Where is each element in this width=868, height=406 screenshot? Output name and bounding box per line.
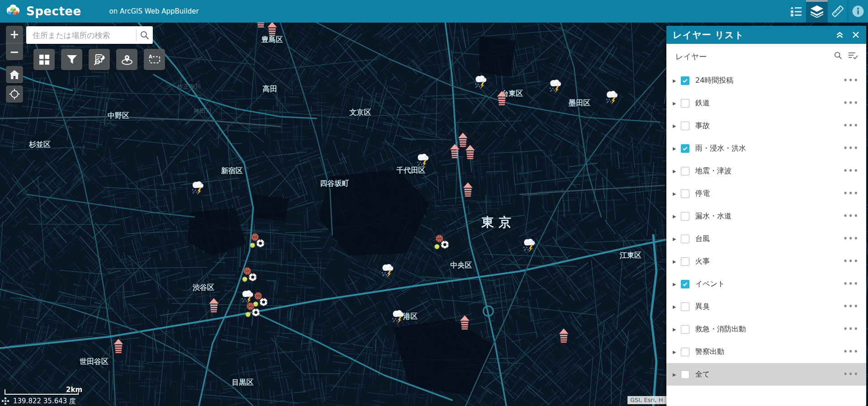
event-marker-icon[interactable] [434,234,451,252]
layer-checkbox-unchecked[interactable] [681,370,689,379]
expand-arrow-icon[interactable]: ▶ [673,169,677,174]
layer-row[interactable]: ▶事故••• [666,114,866,137]
close-icon[interactable] [853,32,859,38]
zoom-out-button[interactable]: − [6,43,23,61]
expand-arrow-icon[interactable]: ▶ [673,123,677,128]
layer-options-button[interactable]: ••• [843,302,859,311]
layer-options-button[interactable]: ••• [843,280,859,288]
layer-checkbox-unchecked[interactable] [681,325,689,334]
layer-checkbox-unchecked[interactable] [681,167,689,175]
layer-search-icon[interactable] [834,52,842,61]
layer-options-button[interactable]: ••• [843,257,859,265]
expand-arrow-icon[interactable]: ▶ [673,327,677,332]
layer-options-button[interactable]: ••• [843,189,859,198]
layer-checkbox-unchecked[interactable] [681,302,689,311]
coordinate-widget: 139.822 35.643 度 [0,396,81,406]
layer-checkbox-unchecked[interactable] [681,122,689,130]
layer-row[interactable]: ▶雨・浸水・洪水••• [666,137,866,160]
flood-marker-icon[interactable] [497,91,507,108]
storm-marker-icon[interactable] [472,75,489,91]
legend-icon[interactable] [786,0,806,23]
expand-arrow-icon[interactable]: ▶ [673,214,677,219]
layer-options-button[interactable]: ••• [843,370,859,378]
report-search-icon [94,54,105,65]
brand-title: Spectee [26,5,81,18]
layer-row[interactable]: ▶異臭••• [666,295,866,318]
locate-button[interactable] [6,85,23,103]
layer-row[interactable]: ▶鉄道••• [666,92,866,114]
layer-row[interactable]: ▶地震・津波••• [666,160,866,182]
layer-options-button[interactable]: ••• [843,167,859,175]
collapse-all-icon[interactable] [836,32,844,38]
layer-options-button[interactable]: ••• [843,144,859,152]
storm-marker-icon[interactable] [379,263,396,279]
layer-options-button[interactable]: ••• [843,325,859,333]
expand-arrow-icon[interactable]: ▶ [673,101,677,106]
measure-icon[interactable] [828,0,848,23]
layer-row[interactable]: ▶漏水・水道••• [666,205,866,227]
event-marker-icon[interactable] [249,233,266,251]
storm-marker-icon[interactable] [547,79,564,95]
storm-marker-icon[interactable] [189,180,206,197]
layer-checkbox-unchecked[interactable] [681,348,689,356]
layer-checkbox-checked[interactable] [681,280,689,288]
incident-pin-button[interactable] [116,49,137,70]
search-button[interactable] [137,26,153,44]
measure-route-button[interactable]: A [144,49,165,70]
zoom-in-button[interactable]: + [6,26,23,43]
layer-options-button[interactable]: ••• [843,76,859,85]
layer-checkbox-unchecked[interactable] [681,235,689,243]
layer-checkbox-checked[interactable] [681,144,689,153]
event-marker-icon[interactable] [245,302,262,320]
flood-marker-icon[interactable] [209,298,219,315]
flood-marker-icon[interactable] [450,144,460,161]
flood-marker-icon[interactable] [465,145,475,162]
flood-marker-icon[interactable] [559,329,569,345]
layer-row[interactable]: ▶全て••• [666,363,866,386]
event-marker-icon[interactable] [241,267,259,285]
report-search-button[interactable] [89,49,110,70]
layer-options-button[interactable]: ••• [843,212,859,220]
layer-checkbox-checked[interactable] [681,76,689,85]
storm-marker-icon[interactable] [603,90,620,106]
layer-checkbox-unchecked[interactable] [681,189,689,198]
storm-marker-icon[interactable] [389,309,406,326]
layer-row[interactable]: ▶イベント••• [666,273,866,295]
storm-marker-icon[interactable] [414,153,431,169]
apps-grid-button[interactable] [33,49,55,70]
filter-button[interactable] [61,49,82,70]
coordinate-crosshair-icon[interactable] [2,397,9,405]
layer-row[interactable]: ▶停電••• [666,182,866,205]
expand-arrow-icon[interactable]: ▶ [673,304,677,309]
layer-row[interactable]: ▶救急・消防出動••• [666,318,866,340]
layer-checkbox-unchecked[interactable] [681,212,689,221]
expand-arrow-icon[interactable]: ▶ [673,191,677,196]
expand-arrow-icon[interactable]: ▶ [673,236,677,241]
expand-arrow-icon[interactable]: ▶ [673,78,677,83]
flood-marker-icon[interactable] [113,339,123,356]
expand-arrow-icon[interactable]: ▶ [673,372,677,377]
expand-arrow-icon[interactable]: ▶ [673,146,677,151]
layer-checkbox-unchecked[interactable] [681,99,689,108]
expand-arrow-icon[interactable]: ▶ [673,349,677,354]
layer-checkbox-unchecked[interactable] [681,257,689,266]
expand-arrow-icon[interactable]: ▶ [673,282,677,287]
layer-row[interactable]: ▶台風••• [666,227,866,250]
expand-arrow-icon[interactable]: ▶ [673,259,677,264]
layer-options-button[interactable]: ••• [843,348,859,356]
layer-row[interactable]: ▶24時間投稿••• [666,69,866,92]
info-icon[interactable] [848,0,868,23]
search-input[interactable] [26,31,136,40]
layer-options-button[interactable]: ••• [843,235,859,243]
layer-options-button[interactable]: ••• [843,99,859,107]
layer-row[interactable]: ▶警察出動••• [666,340,866,363]
layers-icon[interactable] [806,0,828,23]
flood-marker-icon[interactable] [460,316,470,332]
flood-marker-icon[interactable] [463,183,473,199]
layer-options-button[interactable]: ••• [843,122,859,130]
flood-marker-icon[interactable] [267,22,277,39]
layer-row[interactable]: ▶火事••• [666,250,866,273]
home-button[interactable] [6,66,23,83]
storm-marker-icon[interactable] [520,238,538,254]
layer-filter-options-icon[interactable] [848,52,858,61]
